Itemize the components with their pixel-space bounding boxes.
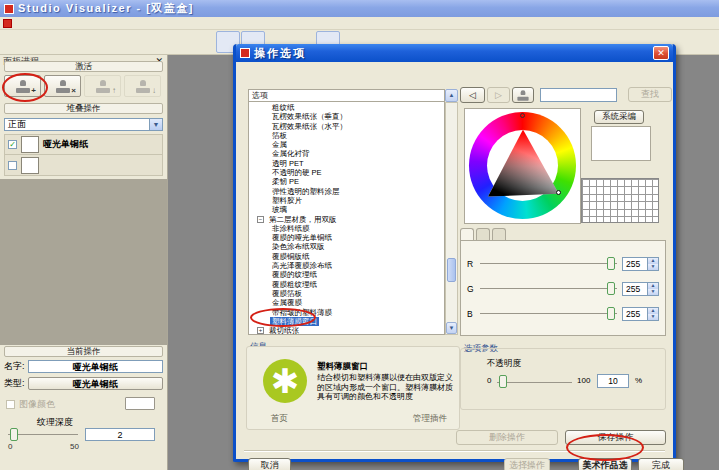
opacity-slider: 0 100 10 %: [487, 373, 662, 387]
chevron-down-icon[interactable]: ▼: [149, 119, 162, 130]
main-titlebar: Studio Visualizer - [双盖盒]: [0, 0, 719, 17]
scroll-up-icon[interactable]: ▲: [445, 89, 458, 102]
activate-bar: 激活: [4, 61, 163, 72]
tree-scrollbar[interactable]: ▼: [445, 102, 458, 335]
info-box: ✱ 塑料薄膜窗口 结合模切和塑料薄膜以便在由双版定义的区域内形成一个窗口。塑料薄…: [246, 346, 460, 430]
close-icon[interactable]: ✕: [653, 46, 669, 60]
stamp-buttons: + × ↑ ↓: [4, 75, 163, 97]
done-button[interactable]: 完成: [638, 458, 684, 470]
opacity-min: 0: [487, 376, 491, 385]
back-button[interactable]: ◁: [460, 87, 485, 103]
system-pick-button[interactable]: 系统采编: [594, 110, 644, 124]
options-tree: 粗纹纸 瓦楞效果纸张（垂直） 瓦楞效果纸张（水平） 箔板 金属: [248, 102, 445, 335]
stamp-up-button[interactable]: ↑: [84, 75, 121, 97]
texture-min-label: 0: [8, 442, 12, 451]
opacity-track[interactable]: [497, 382, 572, 383]
dialog-body: 选项 ▲ 粗纹纸 瓦楞效果纸张（垂直） 瓦楞效果纸张（水平） 箔板: [236, 62, 673, 459]
preview-icon[interactable]: [183, 31, 207, 53]
operation-options-dialog: 操作选项 ✕ 选项 ▲ 粗纹纸 瓦楞效果纸张（垂直） 瓦楞效果纸张（水平）: [233, 44, 676, 462]
image-color-label: 图像颜色: [19, 398, 55, 411]
refresh-icon[interactable]: [158, 31, 182, 53]
image-color-row: 图像颜色: [6, 398, 163, 410]
home-link[interactable]: 首页: [271, 413, 288, 425]
hue-marker[interactable]: [520, 113, 525, 118]
info-title: 塑料薄膜窗口: [317, 361, 368, 373]
scroll-down-icon[interactable]: ▼: [446, 322, 457, 334]
color-preview-swatch: [591, 126, 651, 161]
redo-icon[interactable]: [133, 31, 157, 53]
select-operation-button[interactable]: 选择操作: [504, 458, 550, 470]
delete-operation-button[interactable]: 删除操作: [456, 430, 558, 445]
scrollbar-thumb[interactable]: [447, 258, 456, 282]
stack-operations-bar: 堆叠操作: [4, 103, 163, 114]
find-button[interactable]: 查找: [628, 87, 672, 102]
panel-filler: [0, 179, 167, 345]
opacity-unit: %: [635, 376, 642, 385]
new-icon[interactable]: [8, 31, 32, 53]
remove-operation-stamp-button[interactable]: ×: [44, 75, 81, 97]
face-select-value: 正面: [8, 118, 26, 131]
info-description: 结合模切和塑料薄膜以便在由双版定义的区域内形成一个窗口。塑料薄膜材质具有可调的颜…: [317, 373, 453, 402]
opacity-value[interactable]: 10: [597, 374, 629, 388]
face-select[interactable]: 正面 ▼: [4, 118, 163, 131]
image-color-checkbox[interactable]: [6, 400, 15, 409]
forward-button[interactable]: ▷: [487, 87, 510, 103]
hue-wheel[interactable]: [469, 112, 576, 219]
opacity-handle[interactable]: [499, 375, 507, 388]
type-button[interactable]: 哑光单铜纸: [28, 377, 163, 390]
layer-list: ✓ 哑光单铜纸: [4, 134, 163, 178]
dialog-titlebar[interactable]: 操作选项 ✕: [236, 44, 673, 62]
dialog-title: 操作选项: [254, 46, 653, 61]
print-icon[interactable]: [58, 31, 82, 53]
color-wheel-box: [464, 108, 581, 224]
save-operation-button[interactable]: 保存操作: [565, 430, 666, 445]
divider: [244, 450, 665, 452]
search-input[interactable]: [540, 88, 617, 102]
app-window: Studio Visualizer - [双盖盒] 面板进程 ✕ 激活 + ×: [0, 0, 719, 470]
name-row: 名字: 哑光单铜纸: [4, 360, 163, 373]
name-field[interactable]: 哑光单铜纸: [28, 360, 163, 373]
plugin-logo-icon: ✱: [263, 359, 307, 403]
texture-depth-slider: 2: [8, 428, 160, 441]
image-color-swatch-button[interactable]: [125, 397, 155, 410]
slider-handle[interactable]: [10, 428, 18, 441]
swatch-grid[interactable]: [581, 178, 659, 223]
toolbar-separator: [208, 31, 215, 53]
stamp-down-button[interactable]: ↓: [124, 75, 161, 97]
window-title: Studio Visualizer - [双盖盒]: [18, 1, 194, 16]
undo-icon[interactable]: [108, 31, 132, 53]
app-icon: [4, 4, 14, 14]
slider-track: [8, 434, 78, 435]
name-label: 名字:: [4, 360, 25, 373]
stamp-icon: [517, 90, 530, 100]
sv-marker[interactable]: [556, 190, 561, 195]
options-tree-header: 选项: [248, 89, 445, 102]
rgb-panel: R 255 ▲▼ G 255 ▲▼ B: [460, 240, 666, 336]
params-box: 不透明度 0 100 10 %: [460, 348, 666, 410]
type-row: 类型: 哑光单铜纸: [4, 377, 163, 390]
dialog-icon: [240, 48, 250, 58]
document-icon: [3, 19, 12, 28]
manage-plugins-link[interactable]: 管理插件: [413, 413, 447, 425]
current-operation-bar: 当前操作: [4, 346, 163, 357]
opacity-max: 100: [577, 376, 590, 385]
process-panel: 面板进程 ✕ 激活 + × ↑ ↓ 堆叠操作 正面: [0, 55, 168, 470]
opacity-label: 不透明度: [487, 358, 521, 370]
artwork-select-button[interactable]: 美术作品选: [578, 458, 632, 470]
menubar: [0, 17, 719, 30]
add-operation-stamp-button[interactable]: +: [4, 75, 41, 97]
save-icon[interactable]: [83, 31, 107, 53]
texture-max-label: 50: [70, 442, 79, 451]
texture-depth-value[interactable]: 2: [85, 428, 155, 441]
open-icon[interactable]: [33, 31, 57, 53]
stamp-tool-button[interactable]: [512, 87, 534, 103]
cancel-button[interactable]: 取消: [248, 458, 291, 470]
type-label: 类型:: [4, 377, 25, 390]
